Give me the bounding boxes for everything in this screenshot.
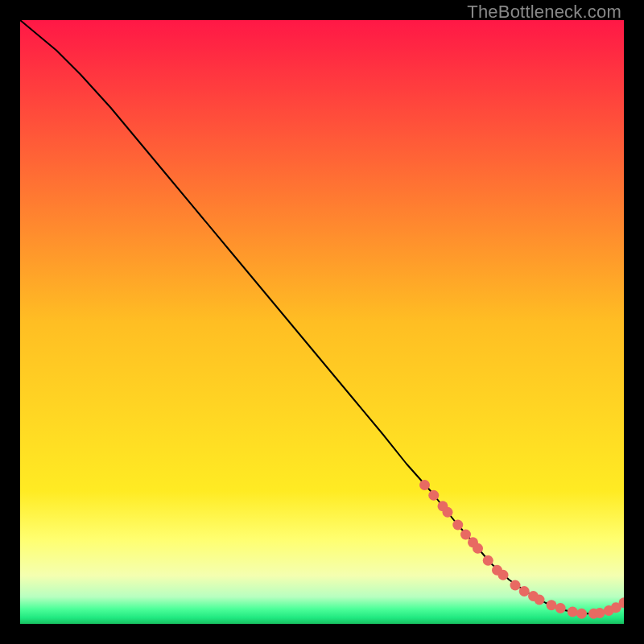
- marker-dot: [452, 520, 463, 530]
- marker-dot: [498, 570, 509, 580]
- marker-dot: [568, 607, 578, 617]
- marker-dot: [535, 595, 545, 605]
- marker-dot: [428, 490, 439, 501]
- marker-dot: [519, 586, 530, 597]
- chart-svg: [20, 20, 624, 624]
- marker-dot: [483, 555, 493, 566]
- marker-dot: [555, 603, 566, 613]
- marker-dot: [576, 609, 587, 619]
- chart-background: [20, 20, 624, 624]
- marker-dot: [510, 580, 521, 591]
- marker-dot: [419, 480, 430, 490]
- marker-dot: [460, 530, 471, 540]
- marker-dot: [443, 507, 453, 518]
- chart-frame: TheBottleneck.com: [0, 0, 644, 644]
- marker-dot: [547, 600, 557, 610]
- marker-dot: [595, 608, 605, 618]
- marker-dot: [473, 543, 483, 554]
- chart-plot: [20, 20, 624, 624]
